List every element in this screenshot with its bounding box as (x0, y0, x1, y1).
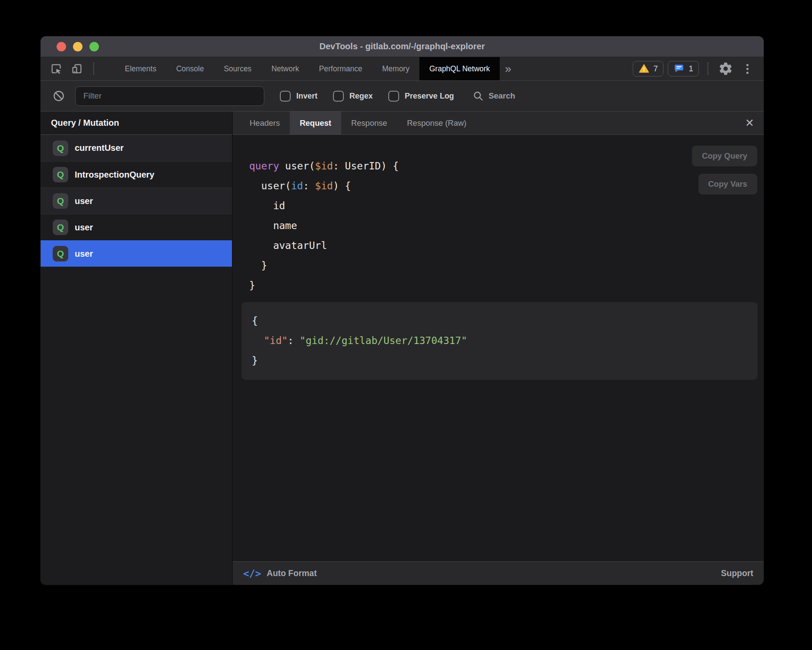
preserve-log-checkbox-label: Preserve Log (405, 92, 454, 101)
filter-bar: InvertRegexPreserve Log Search (41, 81, 764, 112)
query-list-item-label: user (75, 196, 93, 206)
titlebar: DevTools - gitlab.com/-/graphql-explorer (41, 36, 764, 57)
regex-checkbox[interactable] (333, 91, 344, 102)
invert-checkbox-label: Invert (296, 92, 317, 101)
query-list: QcurrentUserQIntrospectionQueryQuserQuse… (41, 135, 232, 267)
detail-tab-request[interactable]: Request (290, 112, 341, 134)
query-type-badge: Q (53, 220, 68, 235)
message-count: 1 (688, 64, 693, 73)
code-line: } (249, 255, 764, 275)
auto-format-label: Auto Format (267, 568, 317, 578)
search-button[interactable]: Search (472, 90, 515, 102)
query-type-badge: Q (53, 140, 68, 156)
regex-checkbox-row[interactable]: Regex (333, 91, 373, 102)
desktop-background: DevTools - gitlab.com/-/graphql-explorer (0, 0, 812, 650)
clear-requests-button[interactable] (50, 87, 67, 105)
close-window-button[interactable] (57, 42, 66, 51)
code-line: { (252, 311, 751, 331)
device-toolbar-icon (70, 62, 83, 75)
query-list-item[interactable]: Quser (41, 214, 232, 240)
warning-count: 7 (653, 64, 658, 73)
query-list-item-label: IntrospectionQuery (75, 170, 154, 180)
tab-console[interactable]: Console (166, 57, 214, 80)
code-line: } (249, 275, 764, 295)
query-type-badge: Q (53, 167, 68, 182)
query-sidebar: Query / Mutation QcurrentUserQIntrospect… (41, 112, 233, 585)
preserve-log-checkbox[interactable] (388, 91, 399, 102)
filter-options: InvertRegexPreserve Log (264, 91, 454, 102)
tab-elements[interactable]: Elements (115, 57, 166, 80)
query-list-item-label: user (75, 223, 93, 233)
filter-input[interactable] (75, 86, 264, 106)
query-type-badge: Q (53, 193, 68, 209)
settings-button[interactable] (717, 60, 734, 77)
detail-footer: </> Auto Format Support (233, 561, 764, 585)
close-panel-button[interactable]: ✕ (742, 112, 758, 134)
copy-button-group: Copy Query Copy Vars (692, 146, 757, 194)
inspect-cursor-icon (50, 62, 63, 75)
code-line: name (249, 216, 764, 236)
copy-query-button[interactable]: Copy Query (692, 146, 757, 166)
svg-text:!: ! (643, 67, 645, 73)
detail-tab-response[interactable]: Response (341, 112, 397, 134)
tab-memory[interactable]: Memory (372, 57, 419, 80)
traffic-lights (57, 36, 99, 57)
query-list-item[interactable]: QIntrospectionQuery (41, 161, 232, 188)
auto-format-button[interactable]: </> Auto Format (243, 568, 317, 579)
detail-tab-headers[interactable]: Headers (240, 112, 290, 134)
tab-sources[interactable]: Sources (214, 57, 261, 80)
search-label: Search (488, 91, 515, 101)
message-icon (673, 63, 685, 74)
detail-tabs: HeadersRequestResponseResponse (Raw) (240, 112, 476, 134)
query-list-item-label: user (75, 249, 93, 259)
tab-network[interactable]: Network (261, 57, 309, 80)
device-toolbar-button[interactable] (68, 60, 86, 77)
code-line: "id": "gid://gitlab/User/13704317" (252, 331, 751, 350)
devtools-toolbar: ElementsConsoleSourcesNetworkPerformance… (41, 57, 764, 81)
code-brackets-icon: </> (243, 568, 261, 579)
toolbar-right-group: ! 7 1 (633, 57, 764, 80)
zoom-window-button[interactable] (89, 42, 99, 51)
minimize-window-button[interactable] (73, 42, 82, 51)
code-line: } (252, 350, 751, 370)
panel-tab-strip: ElementsConsoleSourcesNetworkPerformance… (98, 57, 500, 80)
block-icon (52, 89, 65, 102)
gear-icon (718, 61, 733, 76)
regex-checkbox-label: Regex (349, 92, 373, 101)
warning-icon: ! (638, 63, 650, 74)
code-line: query user($id: UserID) { (249, 156, 764, 176)
code-line: user(id: $id) { (249, 176, 764, 196)
menu-button[interactable] (739, 60, 756, 77)
toolbar-separator (707, 62, 708, 75)
issues-badge[interactable]: 1 (668, 61, 699, 76)
query-list-item[interactable]: QcurrentUser (41, 135, 232, 161)
tab-graphql-network[interactable]: GraphQL Network (419, 57, 500, 80)
invert-checkbox[interactable] (280, 91, 291, 102)
request-panel: Copy Query Copy Vars query user($id: Use… (233, 135, 764, 561)
window-title: DevTools - gitlab.com/-/graphql-explorer (41, 41, 764, 51)
search-icon (472, 90, 484, 102)
detail-tab-response-raw[interactable]: Response (Raw) (397, 112, 476, 134)
support-link[interactable]: Support (721, 568, 753, 578)
copy-vars-button[interactable]: Copy Vars (698, 174, 758, 194)
code-line: id (249, 196, 764, 216)
devtools-window: DevTools - gitlab.com/-/graphql-explorer (41, 36, 764, 585)
invert-checkbox-row[interactable]: Invert (280, 91, 317, 102)
sidebar-header: Query / Mutation (41, 112, 232, 135)
graphql-query-code: query user($id: UserID) { user(id: $id) … (249, 156, 764, 295)
content-area: Query / Mutation QcurrentUserQIntrospect… (41, 112, 764, 585)
query-list-item[interactable]: Quser (41, 240, 232, 267)
query-list-item-label: currentUser (75, 143, 124, 153)
preserve-log-checkbox-row[interactable]: Preserve Log (388, 91, 454, 102)
detail-pane: HeadersRequestResponseResponse (Raw) ✕ C… (233, 112, 764, 585)
query-list-item[interactable]: Quser (41, 188, 232, 214)
toolbar-icon-group (41, 57, 98, 80)
kebab-menu-icon (746, 64, 749, 74)
inspect-element-button[interactable] (48, 60, 65, 77)
more-tabs-button[interactable]: » (500, 57, 516, 80)
toolbar-separator (93, 62, 94, 75)
tab-performance[interactable]: Performance (309, 57, 372, 80)
variables-box: { "id": "gid://gitlab/User/13704317"} (241, 302, 758, 380)
variables-json: { "id": "gid://gitlab/User/13704317"} (252, 311, 751, 370)
warnings-badge[interactable]: ! 7 (633, 61, 664, 76)
